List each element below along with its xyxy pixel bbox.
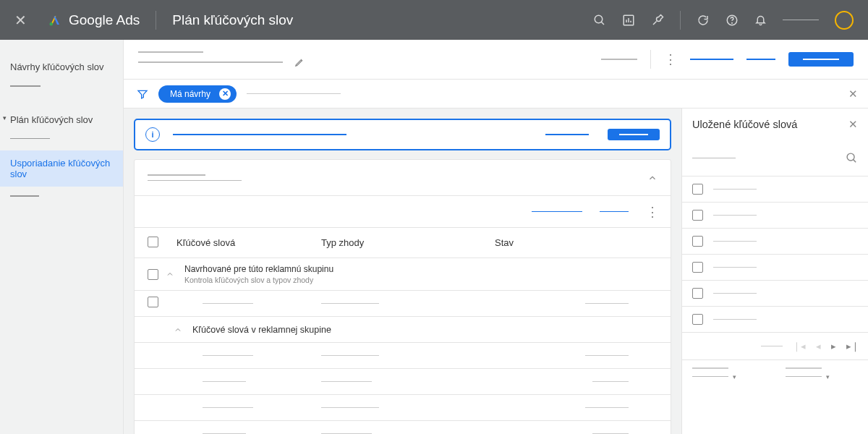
card-link-2[interactable] <box>600 211 629 213</box>
sidebar-subitem-placeholder[interactable] <box>10 138 50 140</box>
primary-action-button[interactable] <box>788 52 854 67</box>
list-item[interactable] <box>682 281 868 307</box>
banner-link[interactable] <box>545 134 589 135</box>
banner-action-button[interactable] <box>608 129 660 140</box>
group-subtitle: Kontrola kľúčových slov a typov zhody <box>184 276 333 284</box>
chevron-up-icon[interactable] <box>174 326 182 334</box>
page-prev-icon[interactable]: ◂ <box>816 341 821 352</box>
filter-close-icon[interactable]: ✕ <box>848 88 858 101</box>
list-item[interactable] <box>682 255 868 281</box>
search-icon[interactable] <box>593 14 606 27</box>
list-item[interactable] <box>682 176 868 203</box>
tools-icon[interactable] <box>651 14 664 27</box>
footer-dropdown-2[interactable]: ▾ <box>786 367 859 380</box>
product-logo[interactable]: Google Ads <box>48 12 140 28</box>
group-suggested[interactable]: Navrhované pre túto reklamnú skupinu Kon… <box>135 258 671 291</box>
item-placeholder <box>713 189 757 190</box>
table-row[interactable] <box>135 369 671 395</box>
sidebar-subitem-placeholder-2[interactable] <box>10 195 39 197</box>
group-title: Navrhované pre túto reklamnú skupinu <box>184 264 333 274</box>
bell-icon[interactable] <box>754 14 767 26</box>
keyword-placeholder <box>203 381 246 383</box>
sidebar-item-plan[interactable]: Plán kľúčových slov <box>0 109 123 131</box>
table-row[interactable] <box>135 291 671 317</box>
toolbar-link-2[interactable] <box>746 59 775 60</box>
list-item[interactable] <box>682 229 868 255</box>
sidebar-item-organize[interactable]: Usporiadanie kľúčových slov <box>0 150 123 187</box>
card-header[interactable] <box>135 160 671 196</box>
pencil-icon[interactable] <box>294 57 305 67</box>
svg-point-8 <box>732 22 733 23</box>
info-icon: i <box>145 127 160 142</box>
card-more-icon[interactable]: ⋮ <box>646 204 659 220</box>
item-checkbox[interactable] <box>692 184 703 195</box>
item-checkbox[interactable] <box>692 236 703 247</box>
col-status[interactable]: Stav <box>495 237 658 248</box>
item-checkbox[interactable] <box>692 210 703 221</box>
footer-dropdown-1[interactable]: ▾ <box>692 367 765 380</box>
row-checkbox[interactable] <box>148 297 158 307</box>
table-row[interactable] <box>135 421 671 434</box>
search-icon[interactable] <box>846 152 858 164</box>
sidebar-heading[interactable]: Návrhy kľúčových slov <box>0 57 123 85</box>
toolbar-placeholder <box>601 59 637 60</box>
item-placeholder <box>713 293 757 294</box>
select-all-checkbox[interactable] <box>148 237 158 247</box>
info-banner: i <box>134 119 671 150</box>
panel-search[interactable] <box>682 140 868 176</box>
panel-close-icon[interactable]: ✕ <box>848 119 858 130</box>
filter-chip-label: Má návrhy <box>170 89 210 99</box>
group-checkbox[interactable] <box>148 269 158 280</box>
panel-footer: ▾ ▾ <box>682 360 868 388</box>
caret-down-icon: ▾ <box>733 373 736 380</box>
col-match-type[interactable]: Typ zhody <box>321 237 495 248</box>
table-row[interactable] <box>135 343 671 369</box>
avatar[interactable] <box>835 11 854 30</box>
match-placeholder <box>321 355 379 357</box>
filter-placeholder <box>247 93 341 95</box>
refresh-icon[interactable] <box>697 14 710 27</box>
chip-remove-icon[interactable]: ✕ <box>219 88 231 100</box>
keyword-placeholder <box>203 355 253 357</box>
item-placeholder <box>713 267 757 268</box>
reports-icon[interactable] <box>622 14 635 27</box>
table-row[interactable] <box>135 395 671 421</box>
status-placeholder <box>585 355 629 357</box>
chevron-up-icon[interactable] <box>166 270 174 278</box>
help-icon[interactable] <box>726 14 739 27</box>
filter-icon[interactable] <box>137 88 148 100</box>
col-keywords[interactable]: Kľúčové slová <box>176 237 321 248</box>
chevron-up-icon[interactable] <box>647 173 658 183</box>
plan-title-editable[interactable] <box>138 51 305 67</box>
group-in-adgroup[interactable]: Kľúčové slová v reklamnej skupine <box>135 317 671 343</box>
list-item[interactable] <box>682 307 868 333</box>
close-icon[interactable]: ✕ <box>14 12 27 29</box>
subgroup-title: Kľúčové slová v reklamnej skupine <box>192 325 331 335</box>
filter-chip[interactable]: Má návrhy ✕ <box>158 85 237 103</box>
filter-bar: Má návrhy ✕ ✕ <box>124 80 868 109</box>
item-checkbox[interactable] <box>692 314 703 325</box>
item-checkbox[interactable] <box>692 262 703 273</box>
table-header: Kľúčové slová Typ zhody Stav <box>135 228 671 258</box>
card-actions: ⋮ <box>135 196 671 228</box>
header-separator <box>680 11 681 30</box>
status-placeholder <box>585 303 629 305</box>
list-item[interactable] <box>682 203 868 229</box>
more-icon[interactable]: ⋮ <box>664 51 677 67</box>
account-placeholder[interactable] <box>783 20 819 21</box>
sidebar: Návrhy kľúčových slov Plán kľúčových slo… <box>0 40 123 434</box>
svg-line-10 <box>854 160 856 163</box>
page-first-icon[interactable]: ❘◂ <box>793 341 806 352</box>
page-info-placeholder <box>761 346 783 347</box>
page-next-icon[interactable]: ▸ <box>831 341 836 352</box>
banner-text-placeholder <box>173 134 346 135</box>
toolbar-separator <box>650 50 651 69</box>
match-placeholder <box>321 381 372 383</box>
page-last-icon[interactable]: ▸❘ <box>846 341 859 352</box>
sidebar-placeholder <box>10 85 41 87</box>
item-checkbox[interactable] <box>692 288 703 299</box>
toolbar-link-1[interactable] <box>690 59 733 60</box>
main-content: i ⋮ <box>124 109 681 434</box>
svg-line-2 <box>601 22 604 25</box>
card-link-1[interactable] <box>532 211 582 213</box>
